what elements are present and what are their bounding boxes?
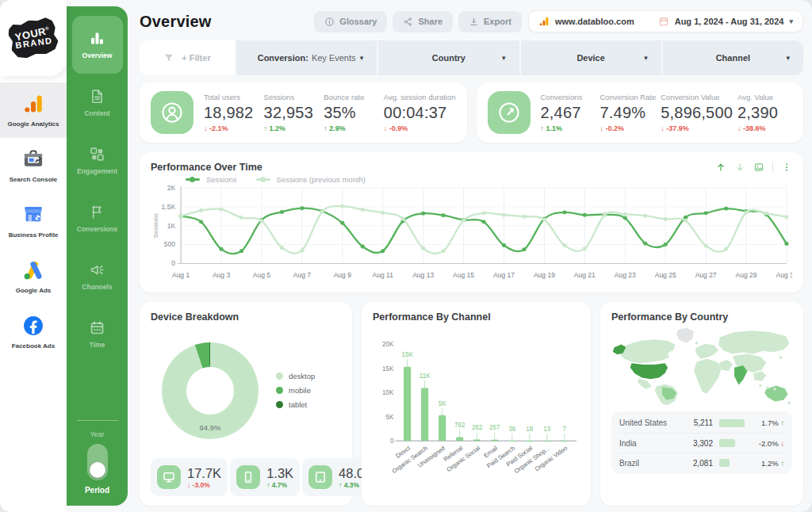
bar-direct[interactable]: [404, 367, 411, 441]
svg-text:Aug 11: Aug 11: [373, 271, 394, 279]
bar-organic-shop[interactable]: [543, 441, 550, 441]
device-donut-chart[interactable]: 94.9%: [162, 342, 259, 439]
filter-dropdown-device[interactable]: Device▾: [521, 40, 661, 75]
svg-text:Aug 25: Aug 25: [655, 271, 676, 279]
mobile-icon: [236, 465, 260, 489]
filter-dropdown-key-events[interactable]: Conversion:Key Events▾: [236, 40, 377, 75]
date-range[interactable]: Aug 1, 2024 - Aug 31, 2024: [675, 17, 784, 26]
legend-dot: [276, 401, 283, 408]
bar-organic-video[interactable]: [561, 441, 568, 441]
svg-text:1K: 1K: [167, 222, 176, 230]
more-options-icon[interactable]: [781, 162, 792, 173]
user-icon: [151, 91, 193, 134]
bar-organic-social[interactable]: [473, 440, 481, 441]
sessions-line-chart[interactable]: 05001K1.5K2KAug 1Aug 3Aug 5Aug 7Aug 9Aug…: [151, 185, 792, 289]
donut-legend-mobile[interactable]: mobile: [276, 386, 315, 395]
connector-label: Google Ads: [16, 287, 52, 294]
svg-text:Aug 23: Aug 23: [615, 271, 636, 279]
button-label: Export: [484, 17, 511, 26]
bar-paid-search[interactable]: [508, 441, 515, 441]
legend-item-sessions[interactable]: Sessions: [186, 175, 237, 184]
filter-prefix: Conversion:: [258, 53, 308, 63]
donut-legend: desktopmobiletablet: [276, 372, 315, 409]
country-value: 5,211: [686, 418, 713, 427]
gbp-icon: [22, 204, 44, 226]
glossary-button[interactable]: Glossary: [314, 11, 387, 32]
legend-swatch: [256, 178, 270, 181]
world-map: [611, 325, 792, 406]
svg-text:Aug 15: Aug 15: [453, 271, 474, 279]
add-filter-button[interactable]: + Filter: [140, 40, 235, 75]
country-name: United States: [619, 418, 680, 427]
kpi-metric-total-users: Total users18,982↓ -2.1%: [204, 93, 259, 132]
year-period-toggle[interactable]: [87, 444, 108, 480]
chevron-down-icon: ▾: [786, 54, 790, 62]
legend-item-sessions-previous-month[interactable]: Sessions (previous month): [256, 175, 366, 184]
nav-label: Time: [90, 341, 105, 349]
bar-organic-search[interactable]: [421, 388, 428, 441]
kpi-metric-avg-value: Avg. Value2,390↓ -38.6%: [737, 93, 792, 132]
sidebar-item-channels[interactable]: Channels: [72, 247, 123, 305]
export-chart-icon[interactable]: [753, 162, 764, 173]
chart-title: Performance Over Time: [151, 162, 262, 173]
svg-text:11K: 11K: [419, 373, 431, 380]
country-row-united-states[interactable]: United States5,2111.7% ↑: [619, 413, 784, 433]
legend-label: mobile: [289, 386, 311, 395]
filter-dropdown-channel[interactable]: Channel▾: [663, 40, 803, 75]
bar-paid-social[interactable]: [526, 441, 533, 441]
sidebar-item-engagement[interactable]: Engagement: [72, 132, 123, 189]
device-value: 17.7K: [187, 466, 221, 481]
metric-delta: ↓ -0.2%: [599, 124, 656, 132]
device-breakdown-title: Device Breakdown: [151, 311, 341, 323]
sidebar-item-overview[interactable]: Overview: [72, 16, 123, 74]
legend-dot: [276, 387, 283, 394]
svg-text:Aug 21: Aug 21: [574, 271, 596, 279]
sidebar-item-conversions[interactable]: Conversions: [72, 189, 123, 247]
conversions-icon: [89, 204, 105, 220]
donut-legend-desktop[interactable]: desktop: [276, 372, 315, 380]
connector-search-console[interactable]: Search Console: [0, 138, 67, 193]
move-down-icon[interactable]: [734, 162, 745, 173]
analytics-icon: [538, 16, 550, 27]
metric-label: Bounce rate: [324, 93, 379, 101]
chevron-down-icon: ▾: [502, 54, 506, 62]
device-value: 1.3K: [266, 466, 293, 481]
chevron-down-icon[interactable]: ▾: [789, 17, 793, 25]
bar-unassigned[interactable]: [439, 415, 446, 441]
svg-text:10K: 10K: [382, 389, 394, 396]
channel-bar-chart[interactable]: 05K10K15K20K15KDirect11KOrganic Search5K…: [373, 323, 580, 499]
metric-value: 00:04:37: [384, 104, 456, 122]
topbar: Overview GlossaryShareExport www.datablo…: [140, 6, 803, 36]
connector-business-profile[interactable]: Business Profile: [0, 193, 67, 249]
country-row-brazil[interactable]: Brazil2,0811.2% ↑: [619, 453, 784, 472]
connector-google-analytics[interactable]: Google Analytics: [0, 82, 67, 138]
country-row-india[interactable]: India3,302-2.0% ↓: [619, 433, 784, 453]
nav-sidebar: OverviewContentEngagementConversionsChan…: [67, 6, 128, 506]
export-button[interactable]: Export: [458, 11, 522, 32]
overview-icon: [89, 30, 105, 47]
metric-value: 5,896,500: [661, 104, 733, 122]
sidebar-item-time[interactable]: Time: [72, 305, 123, 363]
move-up-icon[interactable]: [715, 162, 726, 173]
toggle-knob[interactable]: [90, 462, 105, 478]
connector-label: Google Analytics: [7, 120, 59, 128]
filter-dropdown-country[interactable]: Country▾: [378, 40, 519, 75]
kpi-card-users: Total users18,982↓ -2.1%Sessions32,953↑ …: [140, 82, 467, 143]
svg-text:262: 262: [472, 424, 483, 431]
country-value: 3,302: [686, 439, 713, 448]
connector-google-ads[interactable]: Google Ads: [0, 249, 67, 304]
button-label: Share: [418, 17, 442, 26]
ga-icon: [22, 93, 44, 115]
report-source-and-dates[interactable]: www.databloo.com Aug 1, 2024 - Aug 31, 2…: [528, 10, 803, 32]
channel-chart-title: Performance By Channel: [373, 311, 580, 323]
donut-legend-tablet[interactable]: tablet: [276, 400, 315, 409]
share-button[interactable]: Share: [393, 11, 453, 32]
connector-label: Search Console: [10, 176, 57, 183]
connector-facebook-ads[interactable]: Facebook Ads: [0, 304, 67, 360]
sidebar-item-content[interactable]: Content: [72, 74, 123, 132]
nav-label: Content: [84, 109, 109, 117]
bar-email[interactable]: [491, 440, 498, 441]
bar-referral[interactable]: [456, 437, 463, 441]
device-stat-mobile: 1.3K↑ 4.7%: [230, 458, 300, 496]
country-chart-title: Performance By Country: [611, 311, 792, 323]
